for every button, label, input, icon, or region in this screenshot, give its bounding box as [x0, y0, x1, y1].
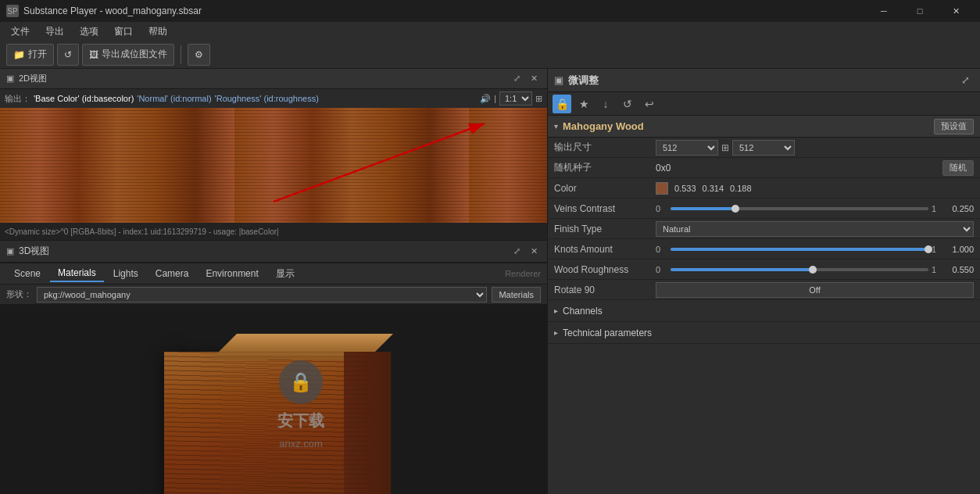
param-veins-contrast: Veins Contrast 0 1 0.250 [548, 199, 980, 219]
right-panel-header: ▣ 微调整 ⤢ [548, 69, 980, 92]
veins-track[interactable] [671, 207, 928, 210]
zoom-select[interactable]: 1:1 1:2 2:1 [499, 91, 532, 106]
finish-type-select[interactable]: Natural Matte Glossy Satin [656, 221, 974, 237]
renderer-label: Renderer [505, 269, 541, 278]
export-bitmap-button[interactable]: 🖼 导出成位图文件 [82, 44, 174, 66]
view-2d-title: 2D视图 [19, 73, 47, 84]
param-color: Color 0.533 0.314 0.188 [548, 178, 980, 199]
watermark: 🔒 安下载 anxz.com [277, 360, 324, 449]
shape-bar: 形状： pkg://wood_mahogany Materials [0, 285, 547, 305]
menu-options[interactable]: 选项 [72, 22, 106, 41]
view-2d-icon: ▣ [6, 73, 14, 84]
technical-title: Technical parameters [563, 328, 652, 338]
param-wood-roughness: Wood Roughness 0 1 0.550 [548, 260, 980, 280]
link-icon[interactable]: ⊞ [721, 142, 729, 153]
view-3d-tabs-bar: Scene Materials Lights Camera Environmen… [0, 263, 547, 285]
close-button[interactable]: ✕ [938, 0, 974, 22]
technical-header[interactable]: ▸ Technical parameters [548, 322, 980, 344]
roughness-fill [671, 268, 813, 271]
view-3d: ▣ 3D视图 ⤢ ✕ Scene Materials Lights Camera… [0, 241, 547, 494]
output-tab-normal[interactable]: 'Normal' (id:normal) [137, 94, 211, 103]
output-tab-basecolor[interactable]: 'Base Color' (id:basecolor) [34, 94, 134, 103]
rt-icon-star[interactable]: ★ [574, 95, 593, 113]
roughness-val: 0.550 [946, 265, 974, 274]
tab-camera[interactable]: Camera [148, 265, 197, 282]
preset-button[interactable]: 预设值 [934, 119, 974, 134]
color-label: Color [554, 183, 656, 194]
output-tab-roughness[interactable]: 'Roughness' (id:roughness) [215, 94, 319, 103]
right-panel-expand-btn[interactable]: ⤢ [957, 72, 974, 89]
view-2d-close-btn[interactable]: ✕ [527, 72, 541, 86]
watermark-text1: 安下载 [277, 410, 324, 431]
roughness-track[interactable] [671, 268, 928, 271]
knots-min: 0 [656, 245, 667, 254]
rt-icon-undo[interactable]: ↩ [640, 95, 659, 113]
menu-help[interactable]: 帮助 [141, 22, 175, 41]
veins-fill [671, 207, 735, 210]
view-3d-expand-btn[interactable]: ⤢ [510, 245, 524, 259]
menu-window[interactable]: 窗口 [106, 22, 141, 41]
maximize-button[interactable]: □ [902, 0, 938, 22]
right-toolbar: 🔒 ★ ↓ ↺ ↩ [548, 92, 980, 116]
output-prefix: 输出： [5, 93, 30, 105]
tab-environment[interactable]: Environment [198, 265, 266, 282]
refresh-button[interactable]: ↺ [57, 44, 79, 66]
output-size-w-select[interactable]: 51225610242048 [656, 140, 718, 156]
rt-icon-lock[interactable]: 🔒 [553, 95, 571, 113]
knots-max: 1 [932, 245, 943, 254]
tab-lights[interactable]: Lights [106, 265, 146, 282]
tab-scene[interactable]: Scene [6, 265, 48, 282]
roughness-thumb[interactable] [809, 266, 817, 274]
view-3d-close-btn[interactable]: ✕ [527, 245, 541, 259]
param-knots-amount: Knots Amount 0 1 1.000 [548, 239, 980, 260]
color-r: 0.533 [674, 184, 696, 193]
tab-display[interactable]: 显示 [268, 265, 302, 282]
box-face-front [164, 352, 367, 494]
knots-track[interactable] [671, 248, 928, 251]
rt-icon-refresh[interactable]: ↺ [618, 95, 637, 113]
view-2d-expand-btn[interactable]: ⤢ [510, 72, 524, 86]
output-size-h-select[interactable]: 51225610242048 [732, 140, 795, 156]
view-3d-nav: ▣ 3D视图 ⤢ ✕ [0, 241, 547, 263]
menu-file[interactable]: 文件 [3, 22, 38, 41]
section-arrow: ▾ [554, 122, 558, 131]
tab-materials[interactable]: Materials [50, 265, 104, 282]
rotate-toggle[interactable]: Off [656, 282, 974, 298]
veins-thumb[interactable] [731, 205, 739, 213]
right-panel: ▣ 微调整 ⤢ 🔒 ★ ↓ ↺ ↩ ▾ Mahogany Wood 预设值 [547, 69, 980, 494]
shape-select[interactable]: pkg://wood_mahogany [37, 287, 487, 302]
zoom-label: | [494, 94, 496, 103]
settings-button[interactable]: ⚙ [188, 44, 210, 66]
channels-arrow: ▸ [554, 306, 558, 315]
right-panel-icon: ▣ [554, 74, 563, 86]
color-b: 0.188 [730, 184, 752, 193]
menu-export[interactable]: 导出 [38, 22, 72, 41]
view-3d-canvas[interactable]: 🔒 安下载 anxz.com [0, 305, 547, 494]
toolbar: 📁 打开 ↺ 🖼 导出成位图文件 ⚙ [0, 41, 980, 69]
box-face-right [344, 352, 391, 494]
roughness-max: 1 [932, 265, 943, 274]
color-swatch[interactable] [656, 182, 668, 195]
minimize-button[interactable]: ─ [866, 0, 902, 22]
materials-button[interactable]: Materials [492, 287, 541, 302]
view-2d-canvas[interactable] [0, 108, 547, 223]
random-button[interactable]: 随机 [942, 160, 974, 176]
status-bar-2d: <Dynamic size>^0 [RGBA-8bits] - index:1 … [0, 223, 547, 240]
param-output-size: 输出尺寸 51225610242048 ⊞ 51225610242048 [548, 138, 980, 158]
channels-header[interactable]: ▸ Channels [548, 300, 980, 322]
section-mahogany[interactable]: ▾ Mahogany Wood 预设值 [548, 116, 980, 138]
color-g: 0.314 [703, 184, 724, 193]
speaker-icon: 🔊 [480, 94, 491, 104]
wood-roughness-label: Wood Roughness [554, 264, 656, 275]
knots-thumb[interactable] [925, 245, 932, 253]
watermark-text2: anxz.com [279, 438, 323, 449]
open-button[interactable]: 📁 打开 [6, 44, 54, 66]
param-finish-type: Finish Type Natural Matte Glossy Satin [548, 219, 980, 239]
veins-max: 1 [932, 204, 943, 213]
main-area: ▣ 2D视图 ⤢ ✕ 输出： 'Base Color' (id:basecolo… [0, 69, 980, 494]
shape-label: 形状： [6, 288, 32, 300]
param-rotate: Rotate 90 Off [548, 280, 980, 300]
view-2d-header: ▣ 2D视图 ⤢ ✕ [0, 69, 547, 89]
rt-icon-arrow-down[interactable]: ↓ [596, 95, 615, 113]
veins-min: 0 [656, 204, 667, 213]
